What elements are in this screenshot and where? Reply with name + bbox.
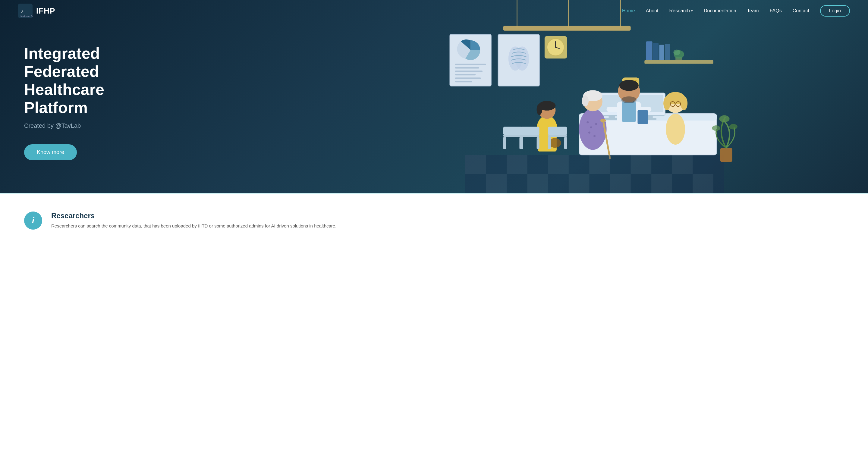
svg-rect-58 — [607, 107, 619, 112]
scene-svg — [304, 0, 868, 193]
nav-link-research[interactable]: Research ▾ — [669, 8, 692, 13]
svg-point-104 — [719, 115, 730, 122]
svg-rect-102 — [692, 174, 713, 193]
svg-text:♪: ♪ — [21, 8, 23, 14]
nav-link-about[interactable]: About — [646, 8, 658, 13]
svg-point-56 — [619, 80, 639, 91]
svg-rect-96 — [672, 155, 693, 174]
hero-subtitle: Created by @TavLab — [24, 122, 157, 129]
svg-rect-95 — [631, 155, 652, 174]
svg-point-65 — [588, 132, 590, 134]
svg-point-61 — [579, 109, 607, 150]
svg-rect-9 — [455, 64, 486, 65]
svg-rect-13 — [455, 78, 481, 79]
nav-link-contact[interactable]: Contact — [793, 8, 809, 13]
info-icon-circle: i — [24, 212, 42, 229]
svg-rect-80 — [537, 137, 539, 149]
nav-item-documentation[interactable]: Documentation — [704, 8, 736, 13]
svg-rect-54 — [622, 101, 636, 122]
svg-rect-92 — [507, 155, 527, 174]
know-more-button[interactable]: Know more — [24, 144, 77, 160]
svg-rect-25 — [653, 43, 658, 60]
svg-rect-98 — [527, 174, 548, 193]
svg-rect-99 — [569, 174, 590, 193]
svg-point-106 — [712, 125, 720, 131]
svg-point-62 — [587, 121, 589, 123]
svg-point-22 — [555, 47, 556, 48]
svg-point-69 — [582, 95, 589, 107]
nav-item-home[interactable]: Home — [622, 8, 635, 13]
svg-rect-60 — [638, 110, 648, 124]
svg-rect-103 — [720, 148, 733, 162]
svg-point-71 — [600, 119, 606, 122]
svg-point-30 — [673, 50, 680, 55]
svg-point-57 — [621, 96, 637, 103]
hero-title: Integrated Federated Healthcare Platform — [24, 44, 157, 117]
logo-icon: ♪ Healthcare Solutions — [18, 4, 33, 18]
svg-point-63 — [590, 126, 592, 128]
nav-item-team[interactable]: Team — [747, 8, 759, 13]
researchers-heading: Researchers — [51, 212, 336, 220]
researchers-description: Researchers can search the community dat… — [51, 222, 336, 229]
svg-rect-85 — [503, 137, 506, 149]
nav-item-login[interactable]: Login — [820, 5, 850, 17]
svg-point-105 — [729, 124, 737, 129]
svg-rect-100 — [610, 174, 631, 193]
svg-rect-35 — [609, 115, 615, 118]
svg-rect-23 — [644, 60, 713, 64]
svg-text:Healthcare Solutions: Healthcare Solutions — [20, 15, 33, 17]
svg-rect-82 — [548, 137, 551, 149]
navbar: ♪ Healthcare Solutions IFHP Home About R… — [0, 0, 868, 22]
hero-section: Integrated Federated Healthcare Platform… — [0, 0, 868, 193]
info-icon: i — [32, 216, 34, 225]
svg-rect-93 — [548, 155, 569, 174]
researchers-card: i Researchers Researchers can search the… — [24, 206, 446, 236]
nav-item-research[interactable]: Research ▾ — [669, 8, 692, 13]
svg-point-48 — [663, 96, 670, 110]
svg-point-66 — [593, 135, 595, 137]
svg-rect-101 — [651, 174, 672, 193]
svg-point-45 — [666, 114, 685, 145]
svg-rect-36 — [605, 118, 619, 120]
svg-point-49 — [681, 96, 687, 110]
nav-menu: Home About Research ▾ Documentation Team… — [622, 5, 850, 17]
nav-item-about[interactable]: About — [646, 8, 658, 13]
svg-point-76 — [537, 104, 542, 115]
nav-item-faqs[interactable]: FAQs — [770, 8, 782, 13]
svg-rect-6 — [503, 26, 631, 31]
svg-rect-83 — [564, 137, 567, 149]
nav-link-faqs[interactable]: FAQs — [770, 8, 782, 13]
svg-rect-97 — [486, 174, 507, 193]
svg-rect-24 — [646, 41, 652, 60]
bottom-section: i Researchers Researchers can search the… — [0, 193, 868, 248]
login-button[interactable]: Login — [820, 5, 850, 17]
nav-link-documentation[interactable]: Documentation — [704, 8, 736, 13]
nav-item-contact[interactable]: Contact — [793, 8, 809, 13]
svg-rect-86 — [519, 137, 522, 149]
research-dropdown-arrow: ▾ — [691, 9, 693, 13]
svg-point-17 — [516, 47, 529, 70]
svg-rect-11 — [455, 70, 483, 72]
svg-rect-12 — [455, 74, 476, 75]
brand-name: IFHP — [36, 6, 55, 16]
svg-rect-27 — [665, 44, 670, 60]
svg-rect-94 — [589, 155, 610, 174]
svg-point-64 — [595, 123, 597, 125]
svg-rect-91 — [465, 155, 486, 174]
svg-rect-10 — [455, 67, 479, 69]
svg-rect-89 — [548, 127, 567, 135]
researchers-text: Researchers Researchers can search the c… — [51, 212, 336, 229]
hero-content: Integrated Federated Healthcare Platform… — [0, 8, 181, 184]
nav-link-team[interactable]: Team — [747, 8, 759, 13]
hero-illustration — [304, 0, 868, 193]
svg-rect-26 — [659, 45, 664, 60]
nav-link-home[interactable]: Home — [622, 8, 635, 13]
svg-rect-88 — [521, 127, 539, 135]
brand-logo[interactable]: ♪ Healthcare Solutions IFHP — [18, 4, 55, 18]
svg-rect-87 — [503, 127, 522, 135]
svg-rect-14 — [455, 81, 472, 83]
